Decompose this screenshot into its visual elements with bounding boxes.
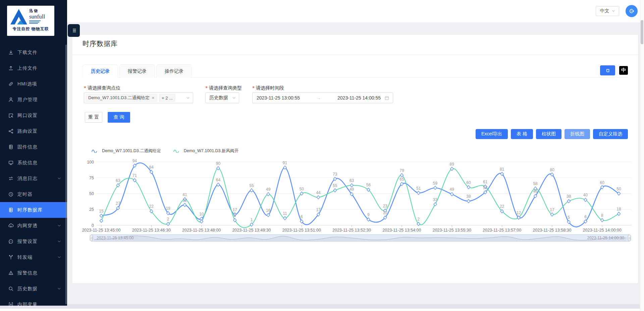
svg-text:60: 60 xyxy=(600,180,605,185)
sidebar-item-label: 网口设置 xyxy=(17,113,38,119)
sidebar-item-variable[interactable]: 内部变量 xyxy=(0,297,67,311)
sidebar-item-label: 历史数据 xyxy=(17,286,38,292)
tab-2[interactable]: 操作记录 xyxy=(156,64,192,78)
page-scrollbar-thumb[interactable] xyxy=(641,20,643,44)
sidebar-item-database[interactable]: 时序数据库 xyxy=(0,202,67,218)
svg-text:5: 5 xyxy=(568,215,570,220)
sidebar-item-timer[interactable]: 定时器 xyxy=(0,186,67,202)
svg-text:2023-11-25 13:45:00: 2023-11-25 13:45:00 xyxy=(82,228,120,233)
svg-text:50: 50 xyxy=(300,187,304,191)
svg-text:27: 27 xyxy=(116,201,120,206)
time-range-picker[interactable]: 2023-11-25 13:00:55 → 2023-11-25 14:00:5… xyxy=(252,92,393,103)
sidebar-item-system[interactable]: 系统信息 xyxy=(0,155,67,171)
svg-text:2023-11-25 13:52:30: 2023-11-25 13:52:30 xyxy=(332,228,371,233)
language-select[interactable]: 中文 xyxy=(596,6,619,16)
reset-button[interactable]: 重 置 xyxy=(85,112,102,123)
sidebar-scrollbar[interactable] xyxy=(65,45,67,304)
sidebar-item-label: 路由设置 xyxy=(17,128,38,134)
chevron-down-icon xyxy=(232,96,236,100)
svg-text:94: 94 xyxy=(132,159,137,163)
logout-avatar-button[interactable] xyxy=(626,5,638,17)
sidebar-item-firmware[interactable]: 固件信息 xyxy=(0,139,67,155)
svg-text:1: 1 xyxy=(251,217,253,222)
time-range-end[interactable]: 2023-11-25 14:00:55 xyxy=(337,95,381,101)
comment-icon xyxy=(8,239,14,244)
svg-text:25: 25 xyxy=(89,207,94,212)
sidebar-collapse-button[interactable] xyxy=(68,24,80,37)
svg-text:33: 33 xyxy=(433,197,438,202)
action-button[interactable]: 折线图 xyxy=(565,129,590,139)
sidebar-item-branch[interactable]: 转发端 xyxy=(0,249,67,265)
datazoom-left-handle[interactable] xyxy=(90,235,93,241)
branch-icon xyxy=(8,254,14,260)
chart-action-buttons: Excel导出表 格柱状图折线图自定义筛选 xyxy=(476,129,628,139)
svg-text:8: 8 xyxy=(234,213,236,218)
svg-text:6: 6 xyxy=(584,214,587,219)
svg-text:56: 56 xyxy=(366,183,371,187)
brand-slogan: 专注自控 物物互联 xyxy=(10,26,52,32)
sidebar-item-upload[interactable]: 上传文件 xyxy=(0,60,67,76)
sidebar-item-comment[interactable]: 报警设置 xyxy=(0,234,67,249)
tab-1[interactable]: 报警记录 xyxy=(119,64,155,78)
sidebar-item-link[interactable]: HMI选项 xyxy=(0,76,67,92)
port-icon xyxy=(8,113,14,118)
remove-tag-icon[interactable]: ✕ xyxy=(152,96,155,100)
svg-text:11: 11 xyxy=(283,211,287,216)
sidebar-item-label: 定时器 xyxy=(17,191,33,197)
action-button[interactable]: 自定义筛选 xyxy=(593,129,628,139)
chinese-badge-button[interactable]: 中 xyxy=(619,66,628,75)
brand-triangle-icon xyxy=(10,8,28,25)
datazoom-wave xyxy=(92,235,629,241)
sidebar-item-route[interactable]: 路由设置 xyxy=(0,123,67,139)
sidebar-item-cloud[interactable]: 内网穿透 xyxy=(0,218,67,234)
datazoom-end-label: 2023-11-25 14:00:30 xyxy=(587,235,624,241)
sidebar-item-user[interactable]: 用户管理 xyxy=(0,92,67,108)
datazoom-slider[interactable]: 2023-11-25 13:45:00 2023-11-25 14:00:30 xyxy=(91,234,630,242)
database-icon xyxy=(8,207,14,213)
chevron-down-icon xyxy=(57,255,61,259)
svg-text:8: 8 xyxy=(601,213,603,218)
svg-text:18: 18 xyxy=(616,207,621,211)
line-chart-svg: 02550751002023-11-25 13:45:002023-11-25 … xyxy=(77,152,634,235)
brand-en-name: sunfull xyxy=(29,13,45,20)
sidebar-item-search[interactable]: 历史数据 xyxy=(0,281,67,297)
svg-text:10: 10 xyxy=(199,212,204,216)
link-icon xyxy=(8,81,14,87)
svg-text:40: 40 xyxy=(583,193,588,197)
svg-text:91: 91 xyxy=(283,161,287,165)
brand-logo[interactable]: 迅饶 sunfull 专注自控 物物互联 xyxy=(7,6,54,36)
sidebar-item-download[interactable]: 下载文件 xyxy=(0,45,67,60)
action-button[interactable]: Excel导出 xyxy=(476,129,508,139)
app-root: 迅饶 sunfull 专注自控 物物互联 下载文件上传文件HMI选项用户管理网口… xyxy=(0,0,644,311)
svg-text:90: 90 xyxy=(216,161,221,166)
sidebar-item-label: 系统信息 xyxy=(17,160,38,166)
svg-text:58: 58 xyxy=(533,181,538,186)
sidebar-item-label: 报警设置 xyxy=(17,239,38,245)
datazoom-right-handle[interactable] xyxy=(628,235,631,241)
svg-text:46: 46 xyxy=(533,189,538,194)
time-range-start[interactable]: 2023-11-25 13:00:55 xyxy=(257,95,300,101)
query-button[interactable]: 查 询 xyxy=(108,112,130,123)
sidebar-item-message[interactable]: 消息日志 xyxy=(0,171,67,186)
sidebar-item-warning[interactable]: 报警信息 xyxy=(0,265,67,281)
page-scrollbar[interactable] xyxy=(640,0,644,311)
expand-button[interactable] xyxy=(600,65,615,75)
action-button[interactable]: 表 格 xyxy=(511,129,533,139)
timer-icon xyxy=(8,191,14,197)
type-select[interactable]: 历史数据 xyxy=(205,92,239,103)
sidebar-item-port[interactable]: 网口设置 xyxy=(0,108,67,123)
action-button[interactable]: 柱状图 xyxy=(536,129,561,139)
svg-text:38: 38 xyxy=(567,194,571,199)
svg-text:22: 22 xyxy=(500,204,504,209)
svg-text:81: 81 xyxy=(500,167,504,172)
sidebar-item-label: 时序数据库 xyxy=(17,207,43,213)
point-multiselect[interactable]: Demo_W7.1001.D3.二通阀给定 ✕ + 2 ... xyxy=(84,92,193,103)
selected-point-tag: Demo_W7.1001.D3.二通阀给定 ✕ xyxy=(86,94,157,102)
logout-icon xyxy=(629,8,635,14)
svg-text:55: 55 xyxy=(249,183,254,188)
svg-text:73: 73 xyxy=(333,172,337,177)
tab-0[interactable]: 历史记录 xyxy=(83,64,118,78)
svg-text:16: 16 xyxy=(266,208,271,213)
svg-text:12: 12 xyxy=(517,210,521,215)
point-field-label: *请选择查询点位 xyxy=(84,85,120,91)
